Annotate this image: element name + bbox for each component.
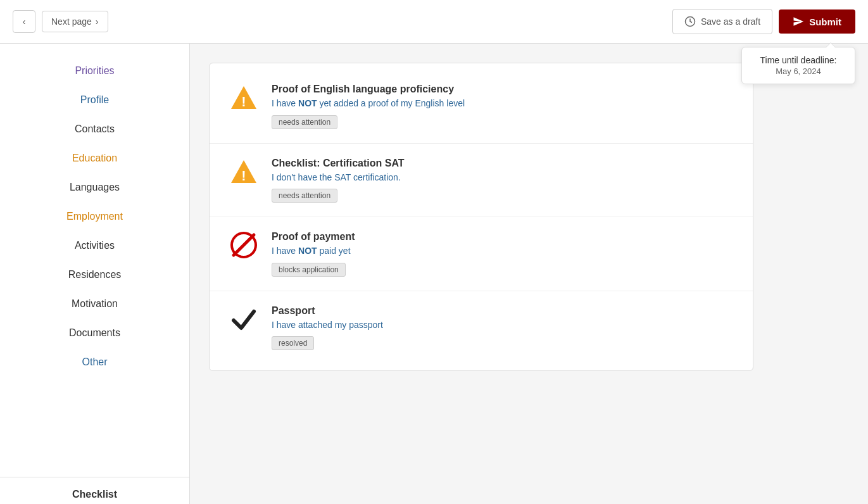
checklist-item-sat: ! Checklist: Certification SAT I don't h… [210,144,753,218]
sidebar-item-profile[interactable]: Profile [0,85,189,115]
send-icon [793,16,804,27]
sidebar-item-priorities[interactable]: Priorities [0,56,189,85]
next-chevron-icon: › [96,16,99,27]
top-bar: ‹ Next page › Save as a draft Submit Tim… [0,0,868,44]
item-desc-passport: I have attached my passport [272,319,734,332]
save-draft-label: Save as a draft [701,16,760,27]
clock-icon [684,16,696,27]
submit-label: Submit [809,16,841,27]
next-page-button[interactable]: Next page › [42,11,108,32]
no-entry-icon [229,231,259,259]
deadline-date: May 6, 2024 [755,66,842,76]
svg-text:!: ! [241,168,246,184]
checklist-item-english-proof: ! Proof of English language proficiency … [210,70,753,144]
main-content: ! Proof of English language proficiency … [190,44,868,504]
sidebar-item-employment[interactable]: Employment [0,202,189,231]
deadline-tooltip: Time until deadline: May 6, 2024 [741,47,855,84]
sidebar-checklist[interactable]: Checklist [0,477,189,504]
checklist-item-payment: Proof of payment I have NOT paid yet blo… [210,217,753,291]
item-desc-english: I have NOT yet added a proof of my Engli… [272,98,734,110]
save-draft-button[interactable]: Save as a draft [672,9,772,34]
deadline-label: Time until deadline: [755,55,842,65]
item-badge-english: needs attention [272,115,337,129]
checklist-item-passport: Passport I have attached my passport res… [210,291,753,365]
sidebar: Priorities Profile Contacts Education La… [0,44,190,504]
back-button[interactable]: ‹ [13,10,35,33]
item-badge-sat: needs attention [272,189,337,203]
warning-icon-sat: ! [229,158,259,186]
warning-icon-english: ! [229,84,259,111]
item-badge-payment: blocks application [272,263,346,277]
sidebar-item-contacts[interactable]: Contacts [0,115,189,144]
svg-text:!: ! [241,94,246,110]
checklist-card: ! Proof of English language proficiency … [209,63,753,371]
submit-button[interactable]: Submit [779,9,855,34]
item-badge-passport: resolved [272,336,314,350]
item-title-english: Proof of English language proficiency [272,84,734,95]
sidebar-item-education[interactable]: Education [0,144,189,173]
next-page-label: Next page [51,16,92,27]
sidebar-item-motivation[interactable]: Motivation [0,289,189,318]
sidebar-item-other[interactable]: Other [0,348,189,377]
item-title-sat: Checklist: Certification SAT [272,158,734,169]
sidebar-item-activities[interactable]: Activities [0,231,189,260]
sidebar-item-documents[interactable]: Documents [0,318,189,348]
item-desc-payment: I have NOT paid yet [272,245,734,258]
sidebar-item-languages[interactable]: Languages [0,173,189,202]
sidebar-item-residences[interactable]: Residences [0,260,189,289]
item-title-passport: Passport [272,305,734,317]
checkmark-icon [229,305,259,333]
item-desc-sat: I don't have the SAT certification. [272,172,734,184]
item-title-payment: Proof of payment [272,231,734,243]
